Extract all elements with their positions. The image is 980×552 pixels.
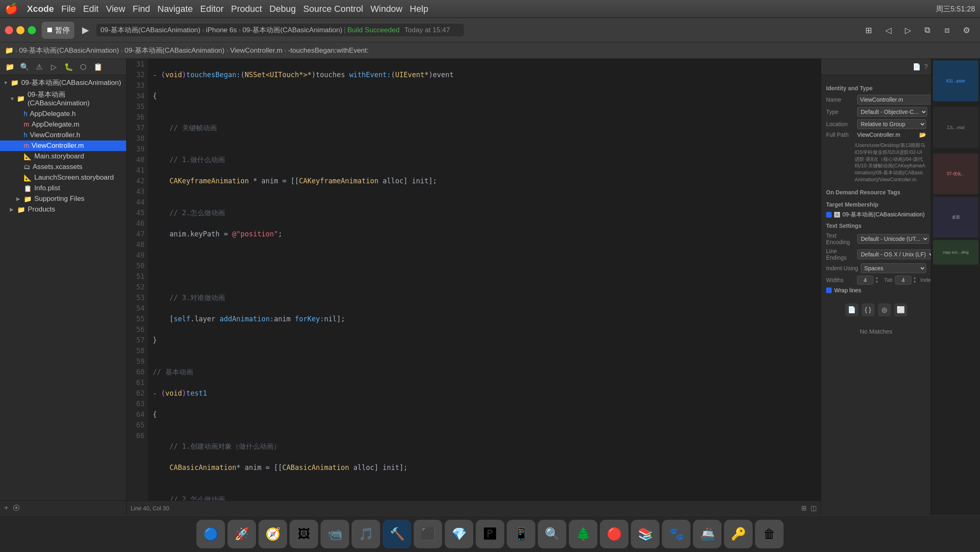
forward-button[interactable]: ▷ bbox=[899, 22, 916, 39]
width-down-arrow[interactable]: ▼ bbox=[875, 280, 878, 284]
thumb-5: copy xco....dmg bbox=[933, 240, 978, 265]
sidebar-item-appdelegate-h[interactable]: h AppDelegate.h bbox=[0, 109, 126, 119]
editor-options-button[interactable]: ⊞ bbox=[801, 504, 806, 512]
dock-paw[interactable]: 🐾 bbox=[662, 520, 690, 548]
menu-editor[interactable]: Editor bbox=[200, 4, 223, 14]
width-input[interactable] bbox=[857, 276, 873, 285]
warning-icon[interactable]: ⚠ bbox=[33, 61, 45, 73]
type-select[interactable]: Default - Objective-C... bbox=[857, 107, 927, 117]
menu-source-control[interactable]: Source Control bbox=[303, 4, 363, 14]
help-button[interactable]: ? bbox=[924, 63, 928, 71]
sidebar-item-info-plist[interactable]: 📋 Info.plist bbox=[0, 183, 126, 194]
sidebar-item-appdelegate-m[interactable]: m AppDelegate.m bbox=[0, 119, 126, 130]
menu-find[interactable]: Find bbox=[133, 4, 150, 14]
source-code[interactable]: - (void)touchesBegan:(NSSet<UITouch*>*)t… bbox=[148, 59, 821, 501]
back-button[interactable]: ◁ bbox=[880, 22, 897, 39]
menu-navigate[interactable]: Navigate bbox=[158, 4, 193, 14]
path-group[interactable]: 09-基本动画(CABasicAnimation) bbox=[125, 46, 225, 55]
menu-help[interactable]: Help bbox=[410, 4, 428, 14]
dock-facetime[interactable]: 📹 bbox=[321, 520, 349, 548]
sidebar-item-launch-storyboard[interactable]: 📐 LaunchScreen.storyboard bbox=[0, 172, 126, 183]
dock-dash[interactable]: 📚 bbox=[631, 520, 659, 548]
path-method[interactable]: -touchesBegan:withEvent: bbox=[288, 47, 369, 55]
encoding-select[interactable]: Default - Unicode (UT... bbox=[857, 234, 929, 244]
code-icon[interactable]: { } bbox=[862, 303, 875, 316]
dock-photos[interactable]: 🖼 bbox=[290, 520, 318, 548]
dock-sourcetree[interactable]: 🌲 bbox=[569, 520, 597, 548]
test-icon[interactable]: ▷ bbox=[48, 61, 60, 73]
menu-view[interactable]: View bbox=[106, 4, 125, 14]
dock-simulator[interactable]: 📱 bbox=[507, 520, 535, 548]
menu-window[interactable]: Window bbox=[370, 4, 402, 14]
sidebar-item-supporting-files[interactable]: ▶ 📁 Supporting Files bbox=[0, 194, 126, 204]
dock-transmit[interactable]: 🚢 bbox=[693, 520, 722, 548]
dock-itunes[interactable]: 🎵 bbox=[352, 520, 380, 548]
stop-button[interactable]: ⏹ 暂停 bbox=[42, 22, 74, 39]
folder-icon[interactable]: 📁 bbox=[4, 61, 16, 73]
menu-edit[interactable]: Edit bbox=[83, 4, 98, 14]
menu-product[interactable]: Product bbox=[231, 4, 262, 14]
indent-input[interactable] bbox=[895, 276, 911, 285]
debug-icon[interactable]: 🐛 bbox=[63, 61, 74, 73]
dock-proxyman[interactable]: 🅿 bbox=[476, 520, 504, 548]
minimize-button[interactable] bbox=[16, 26, 24, 34]
dock-xcode[interactable]: 🔨 bbox=[383, 520, 411, 548]
apple-menu[interactable]: 🍎 bbox=[5, 2, 18, 15]
file-icon[interactable]: 📄 bbox=[845, 303, 858, 316]
width-up-arrow[interactable]: ▲ bbox=[875, 276, 878, 280]
path-project[interactable]: 09-基本动画(CABasicAnimation) bbox=[19, 46, 119, 55]
text-settings-title: Text Settings bbox=[826, 223, 926, 229]
dock-launchpad[interactable]: 🚀 bbox=[227, 520, 256, 548]
menu-file[interactable]: File bbox=[61, 4, 76, 14]
run-button[interactable]: ▶ bbox=[77, 22, 94, 39]
maximize-button[interactable] bbox=[28, 26, 36, 34]
settings-button[interactable]: ⚙ bbox=[958, 22, 975, 39]
sidebar-filter-button[interactable]: ⦿ bbox=[13, 504, 20, 512]
dock-safari[interactable]: 🧭 bbox=[258, 520, 287, 548]
dock-sketch[interactable]: 💎 bbox=[445, 520, 473, 548]
sidebar-item-assets[interactable]: 🗂 Assets.xcassets bbox=[0, 162, 126, 172]
dock-trash[interactable]: 🗑 bbox=[755, 520, 784, 548]
file-inspector-button[interactable]: 📄 bbox=[913, 63, 921, 71]
target-checkbox[interactable] bbox=[826, 212, 832, 218]
sidebar-item-viewcontroller-m[interactable]: m ViewController.m bbox=[0, 140, 126, 151]
dock-reveal[interactable]: 🔍 bbox=[538, 520, 566, 548]
close-button[interactable] bbox=[5, 26, 13, 34]
log-icon[interactable]: 📋 bbox=[92, 61, 104, 73]
sidebar-item-main-storyboard[interactable]: 📐 Main.storyboard bbox=[0, 151, 126, 162]
fullpath-value: ViewController.m bbox=[857, 131, 917, 138]
dock-charles[interactable]: 🔴 bbox=[600, 520, 628, 548]
search-icon[interactable]: 🔍 bbox=[19, 61, 30, 73]
location-select[interactable]: Relative to Group bbox=[857, 119, 926, 129]
reveal-in-finder-button[interactable]: 📂 bbox=[919, 131, 926, 138]
path-item-1[interactable]: 📁 bbox=[5, 46, 13, 55]
name-input[interactable] bbox=[857, 95, 931, 105]
square-icon[interactable]: ⬜ bbox=[894, 303, 907, 316]
circle-icon[interactable]: ◎ bbox=[878, 303, 891, 316]
sidebar-item-project[interactable]: ▼ 📁 09-基本动画(CABasicAnimation) bbox=[0, 77, 126, 89]
menu-debug[interactable]: Debug bbox=[270, 4, 296, 14]
view-toggle-button[interactable]: ⧉ bbox=[919, 22, 936, 39]
indent-up-arrow[interactable]: ▲ bbox=[913, 276, 916, 280]
sidebar-toggle-button[interactable]: ⊞ bbox=[860, 22, 877, 39]
editor-split-button[interactable]: ◫ bbox=[811, 504, 817, 512]
endings-select[interactable]: Default - OS X / Unix (LF) bbox=[857, 249, 931, 259]
dock-finder[interactable]: 🔵 bbox=[196, 520, 225, 548]
sidebar-item-group[interactable]: ▼ 📁 09-基本动画(CABasicAnimation) bbox=[0, 89, 126, 109]
fullpath-label: Full Path bbox=[826, 131, 855, 138]
add-file-button[interactable]: + bbox=[4, 504, 9, 512]
indent-select[interactable]: Spaces bbox=[861, 263, 926, 273]
code-editor[interactable]: 3132333435 3637383940 4142434445 4647484… bbox=[127, 59, 821, 515]
build-status: Build Succeeded bbox=[347, 26, 400, 34]
dock-1password[interactable]: 🔑 bbox=[724, 520, 753, 548]
target-section-title: Target Membership bbox=[826, 201, 926, 208]
wrap-checkbox[interactable] bbox=[826, 287, 832, 293]
indent-down-arrow[interactable]: ▼ bbox=[913, 280, 916, 284]
sidebar-item-products[interactable]: ▶ 📁 Products bbox=[0, 204, 126, 215]
menu-xcode[interactable]: Xcode bbox=[27, 4, 54, 14]
split-button[interactable]: ⧈ bbox=[938, 22, 956, 39]
path-file[interactable]: ViewController.m bbox=[230, 47, 282, 55]
sidebar-item-viewcontroller-h[interactable]: h ViewController.h bbox=[0, 130, 126, 140]
dock-terminal[interactable]: ⬛ bbox=[414, 520, 442, 548]
breakpoint-icon[interactable]: ⬡ bbox=[78, 61, 89, 73]
